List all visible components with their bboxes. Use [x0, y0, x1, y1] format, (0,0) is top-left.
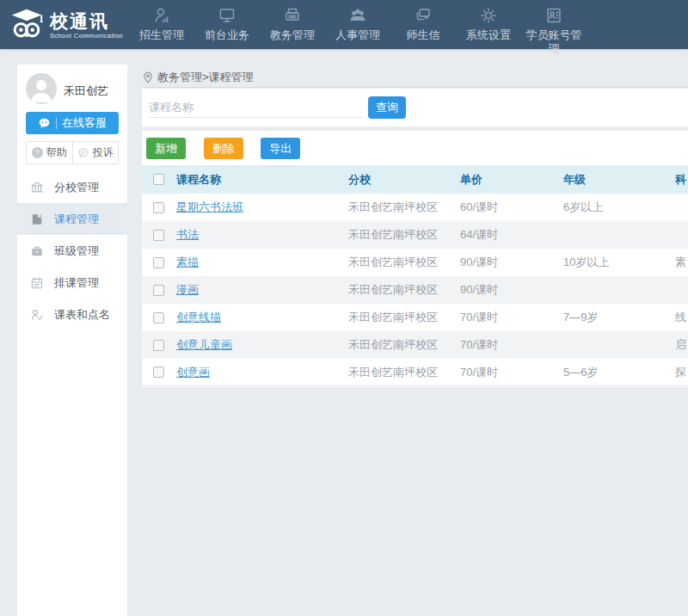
user-block: 禾田创艺	[17, 65, 127, 110]
table-row: 星期六书法班 禾田创艺南坪校区 60/课时 6岁以上	[142, 194, 688, 221]
branch-cell: 禾田创艺南坪校区	[348, 337, 460, 353]
chat-icon	[414, 6, 433, 25]
brand-name: 校通讯	[50, 11, 123, 32]
complaint-label: 投诉	[93, 145, 114, 160]
sidebar-menu: 分校管理 课程管理 班级管理 排课管理	[17, 171, 127, 330]
help-button[interactable]: 帮助	[27, 142, 72, 163]
header-checkbox[interactable]	[153, 174, 164, 185]
sidebar-item-roster[interactable]: 课表和点名	[17, 299, 127, 330]
nav-item-label: 招生管理	[139, 28, 184, 42]
sidebar-item-label: 课程管理	[54, 212, 99, 227]
course-name-link[interactable]: 素描	[176, 256, 199, 268]
export-button[interactable]: 导出	[261, 138, 300, 159]
row-checkbox[interactable]	[153, 230, 164, 241]
help-label: 帮助	[46, 145, 67, 160]
table-body: 星期六书法班 禾田创艺南坪校区 60/课时 6岁以上 书法 禾田创艺南坪校区 6…	[142, 194, 688, 386]
sidebar-item-label: 课表和点名	[54, 307, 110, 323]
nav-item-admissions[interactable]: 招生管理	[133, 0, 190, 49]
complaint-button[interactable]: 投诉	[72, 142, 119, 163]
row-checkbox[interactable]	[153, 285, 164, 296]
briefcase-icon	[30, 244, 44, 258]
nav-item-label: 系统设置	[466, 28, 511, 42]
grade-cell: 10岁以上	[563, 255, 675, 270]
column-header-price: 单价	[460, 172, 563, 188]
branch-cell: 禾田创艺南坪校区	[348, 310, 460, 325]
branch-cell: 禾田创艺南坪校区	[348, 365, 460, 380]
nav-item-hr[interactable]: 人事管理	[329, 0, 386, 49]
table-row: 素描 禾田创艺南坪校区 90/课时 10岁以上 素	[142, 249, 688, 276]
row-checkbox[interactable]	[153, 202, 164, 213]
calendar-icon	[30, 276, 44, 290]
subject-cell: 启	[675, 337, 688, 353]
subject-cell: 探	[675, 365, 688, 380]
sidebar: 禾田创艺 在线客服 帮助 投诉	[17, 65, 127, 616]
book-icon	[30, 213, 44, 226]
branch-cell: 禾田创艺南坪校区	[348, 282, 460, 298]
sidebar-item-class-management[interactable]: 班级管理	[17, 235, 127, 267]
grade-cell: 6岁以上	[563, 200, 675, 215]
owl-graduation-icon	[9, 7, 45, 43]
row-checkbox[interactable]	[153, 257, 164, 268]
roll-call-icon	[30, 308, 44, 322]
column-header-grade: 年级	[563, 172, 675, 188]
branch-cell: 禾田创艺南坪校区	[348, 200, 460, 215]
chat-bubble-icon	[38, 117, 51, 130]
top-navbar: 校通讯 School Communication 招生管理 前台业务 教务管理	[0, 0, 688, 49]
price-cell: 64/课时	[460, 227, 563, 243]
nav-item-front-desk[interactable]: 前台业务	[199, 0, 255, 49]
course-name-link[interactable]: 创意儿童画	[176, 338, 232, 351]
course-name-link[interactable]: 星期六书法班	[176, 200, 243, 213]
row-checkbox[interactable]	[153, 312, 164, 323]
table-row: 创意画 禾田创艺南坪校区 70/课时 5—6岁 探	[142, 359, 688, 386]
divider	[56, 118, 57, 129]
course-name-link[interactable]: 漫画	[176, 283, 199, 296]
subject-cell: 线	[675, 310, 688, 325]
online-service-button[interactable]: 在线客服	[26, 112, 119, 134]
grade-cell: 7—9岁	[563, 310, 675, 325]
table-row: 书法 禾田创艺南坪校区 64/课时	[142, 221, 688, 249]
delete-button[interactable]: 删除	[204, 138, 243, 159]
add-button[interactable]: 新增	[146, 138, 186, 159]
breadcrumb: 教务管理>课程管理	[142, 67, 688, 88]
branch-cell: 禾田创艺南坪校区	[348, 227, 460, 243]
price-cell: 90/课时	[460, 255, 563, 270]
nav-item-label: 前台业务	[205, 28, 249, 42]
sidebar-item-course-management[interactable]: 课程管理	[17, 203, 127, 235]
sidebar-item-branch-management[interactable]: 分校管理	[17, 171, 127, 203]
sidebar-item-scheduling[interactable]: 排课管理	[17, 267, 127, 299]
question-icon	[32, 147, 43, 158]
brand-subtitle: School Communication	[50, 32, 123, 40]
table-header: 课程名称 分校 单价 年级 科	[142, 165, 688, 194]
course-name-link[interactable]: 创意线描	[176, 311, 221, 323]
sidebar-item-label: 分校管理	[54, 180, 99, 195]
subject-cell: 素	[675, 255, 688, 270]
course-name-input[interactable]	[149, 97, 364, 118]
nav-item-label: 师生信	[407, 28, 440, 42]
nav-item-messages[interactable]: 师生信	[395, 0, 452, 49]
grade-cell: 5—6岁	[563, 365, 675, 380]
bank-icon	[30, 181, 44, 194]
sidebar-item-label: 排课管理	[54, 275, 99, 291]
table-row: 创意线描 禾田创艺南坪校区 70/课时 7—9岁 线	[142, 304, 688, 331]
nav-item-student-accounts[interactable]: 学员账号管理	[525, 0, 582, 49]
courses-table: 课程名称 分校 单价 年级 科 星期六书法班 禾田创艺南坪校区 60/课时 6岁…	[142, 165, 688, 386]
help-complaint-row: 帮助 投诉	[26, 141, 119, 164]
sidebar-item-label: 班级管理	[54, 243, 99, 259]
table-row: 创意儿童画 禾田创艺南坪校区 70/课时 启	[142, 331, 688, 359]
row-checkbox[interactable]	[153, 340, 164, 351]
feedback-icon	[77, 147, 89, 159]
id-card-icon	[544, 6, 563, 25]
nav-item-label: 学员账号管理	[525, 28, 582, 56]
search-button[interactable]: 查询	[368, 96, 406, 119]
course-name-link[interactable]: 创意画	[176, 366, 210, 379]
row-checkbox[interactable]	[153, 367, 164, 378]
column-header-subject: 科	[675, 172, 688, 188]
nav-item-settings[interactable]: 系统设置	[460, 0, 517, 49]
course-name-link[interactable]: 书法	[176, 228, 199, 241]
person-icon	[152, 6, 171, 25]
nav-item-academic[interactable]: 教务管理	[264, 0, 321, 49]
online-service-label: 在线客服	[62, 115, 107, 131]
gear-icon	[479, 6, 498, 25]
people-icon	[348, 6, 367, 25]
breadcrumb-text: 教务管理>课程管理	[157, 70, 254, 85]
